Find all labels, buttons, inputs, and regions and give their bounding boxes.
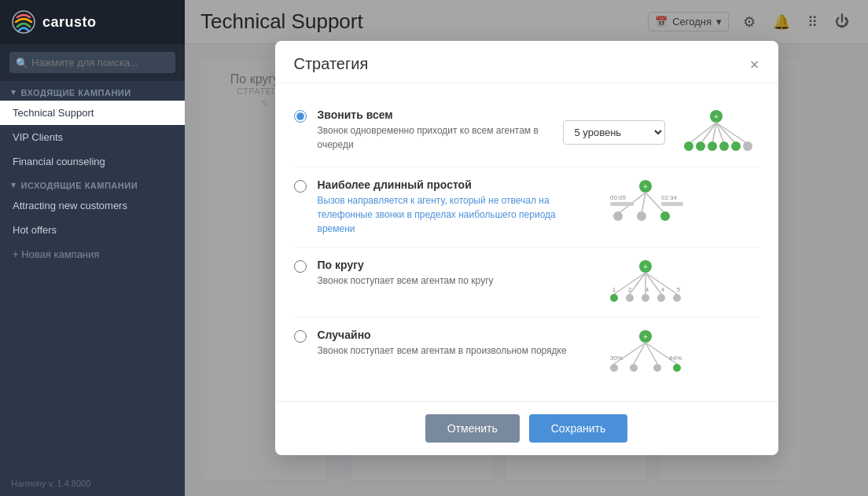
- sidebar-item-financial-counseling[interactable]: Financial counseling: [0, 149, 185, 174]
- svg-point-39: [610, 294, 618, 302]
- svg-point-43: [673, 294, 681, 302]
- svg-line-48: [645, 343, 657, 364]
- sidebar-item-hot-offers[interactable]: Hot offers: [0, 218, 185, 242]
- sidebar-footer: Harmony v. 1.4.8000: [0, 471, 185, 496]
- svg-point-41: [642, 294, 649, 302]
- svg-point-13: [731, 141, 741, 151]
- svg-point-42: [657, 294, 665, 302]
- svg-point-11: [708, 141, 717, 151]
- svg-text:2: 2: [627, 286, 631, 293]
- option-call-all-content: Звонить всем Звонок одновременно приходи…: [318, 108, 552, 152]
- svg-rect-20: [610, 202, 634, 206]
- svg-line-47: [634, 343, 645, 364]
- cancel-button[interactable]: Отменить: [425, 414, 520, 443]
- option-random-desc: Звонок поступает всем агентам в произвол…: [318, 344, 591, 358]
- svg-text:+: +: [643, 263, 648, 271]
- longest-idle-diagram: + 00:05 02:34: [602, 178, 689, 226]
- option-random-title: Случайно: [318, 329, 591, 341]
- svg-text:5: 5: [676, 286, 680, 293]
- option-random: Случайно Звонок поступает всем агентам в…: [294, 318, 760, 387]
- radio-round-robin[interactable]: [294, 260, 307, 273]
- option-round-robin-title: По кругу: [318, 259, 591, 271]
- modal-title: Стратегия: [294, 55, 369, 73]
- svg-point-14: [743, 141, 752, 151]
- svg-point-12: [719, 141, 729, 151]
- modal-overlay: Стратегия × Звонить всем Звонок одноврем…: [185, 0, 868, 496]
- svg-text:+: +: [643, 182, 648, 191]
- svg-text:30%: 30%: [610, 355, 623, 362]
- svg-point-53: [630, 364, 638, 372]
- option-call-all-title: Звонить всем: [318, 108, 552, 121]
- search-icon: 🔍: [16, 57, 28, 68]
- svg-point-9: [684, 141, 693, 151]
- logo-text: carusto: [42, 14, 97, 31]
- modal-header: Стратегия ×: [275, 41, 778, 83]
- svg-point-54: [653, 364, 661, 372]
- sidebar: carusto 🔍 ▾ ВХОДЯЩИЕ КАМПАНИИ Technical …: [0, 0, 185, 496]
- option-round-robin-extra: + 1 2 4 4 5: [602, 259, 760, 306]
- modal-close-button[interactable]: ×: [750, 57, 760, 72]
- logo-icon: [11, 9, 36, 35]
- call-all-diagram: +: [673, 108, 760, 156]
- svg-text:+: +: [714, 112, 719, 121]
- radio-random[interactable]: [294, 330, 307, 343]
- round-robin-diagram: + 1 2 4 4 5: [602, 259, 689, 306]
- svg-text:+: +: [643, 333, 648, 341]
- svg-text:00:05: 00:05: [610, 194, 627, 201]
- svg-text:4: 4: [645, 286, 649, 293]
- svg-text:1: 1: [612, 286, 616, 293]
- option-longest-idle: Наиболее длинный простой Вызов направляе…: [294, 167, 760, 248]
- main-content: Technical Support 📅 Сегодня ▾ ⚙ 🔔 ⠿ ⏻ По…: [185, 0, 868, 496]
- svg-point-10: [696, 141, 705, 151]
- svg-text:4: 4: [660, 286, 664, 293]
- svg-point-55: [673, 364, 681, 372]
- search-input[interactable]: [9, 52, 175, 73]
- chevron-down-icon: ▾: [11, 87, 17, 97]
- option-call-all: Звонить всем Звонок одновременно приходи…: [294, 97, 760, 167]
- option-round-robin-desc: Звонок поступает всем агентам по кругу: [318, 274, 591, 288]
- svg-line-30: [630, 273, 645, 294]
- incoming-section-header: ▾ ВХОДЯЩИЕ КАМПАНИИ: [0, 81, 185, 101]
- svg-point-25: [637, 211, 646, 221]
- radio-call-all[interactable]: [294, 110, 307, 123]
- option-round-robin: По кругу Звонок поступает всем агентам п…: [294, 248, 760, 318]
- svg-point-40: [626, 294, 634, 302]
- sidebar-item-vip-clients[interactable]: VIP Clients: [0, 125, 185, 149]
- svg-text:02:34: 02:34: [661, 194, 678, 201]
- svg-rect-21: [661, 202, 683, 206]
- sidebar-header: carusto: [0, 0, 185, 44]
- option-longest-idle-title: Наиболее длинный простой: [318, 178, 591, 191]
- svg-text:84%: 84%: [669, 355, 682, 362]
- option-longest-idle-desc: Вызов направляется к агенту, который не …: [318, 193, 591, 236]
- sidebar-item-attracting[interactable]: Attracting new customers: [0, 193, 185, 218]
- sidebar-search-area: 🔍: [0, 44, 185, 81]
- svg-point-52: [610, 364, 618, 372]
- modal-footer: Отменить Сохранить: [275, 401, 778, 455]
- option-call-all-desc: Звонок одновременно приходит ко всем аге…: [318, 123, 552, 152]
- strategy-modal: Стратегия × Звонить всем Звонок одноврем…: [275, 41, 778, 455]
- outgoing-section-header: ▾ ИСХОДЯЩИЕ КАМПАНИИ: [0, 174, 185, 193]
- option-longest-idle-content: Наиболее длинный простой Вызов направляе…: [318, 178, 591, 236]
- option-random-content: Случайно Звонок поступает всем агентам в…: [318, 329, 591, 358]
- option-round-robin-content: По кругу Звонок поступает всем агентам п…: [318, 259, 591, 288]
- svg-point-24: [613, 211, 623, 221]
- option-random-extra: + 30% 84%: [602, 329, 760, 376]
- chevron-down-icon-outgoing: ▾: [11, 180, 17, 190]
- option-call-all-extra: 1 уровень 2 уровень 3 уровень 4 уровень …: [563, 108, 760, 156]
- option-longest-idle-extra: + 00:05 02:34: [602, 178, 760, 226]
- new-campaign-button[interactable]: + Новая кампания: [0, 242, 185, 266]
- save-button[interactable]: Сохранить: [529, 414, 628, 443]
- random-diagram: + 30% 84%: [602, 329, 689, 376]
- svg-line-8: [716, 123, 748, 144]
- modal-body: Звонить всем Звонок одновременно приходи…: [275, 83, 778, 401]
- radio-longest-idle[interactable]: [294, 180, 307, 193]
- level-select[interactable]: 1 уровень 2 уровень 3 уровень 4 уровень …: [563, 120, 665, 145]
- sidebar-item-technical-support[interactable]: Technical Support: [0, 101, 185, 125]
- svg-point-26: [660, 211, 670, 221]
